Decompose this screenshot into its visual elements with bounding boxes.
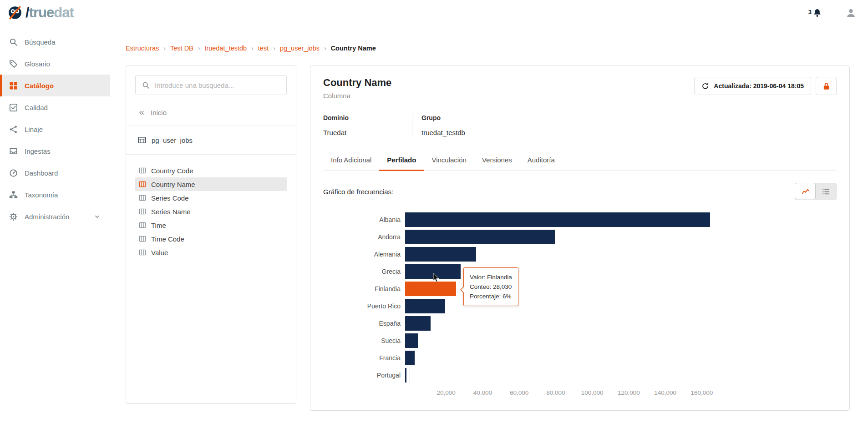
detail-tabs: Info Adicional Perfilado Vinculación Ver… [323, 150, 837, 171]
main-sidebar: Búsqueda Glosario Catálogo Calidad Linaj… [0, 25, 110, 423]
breadcrumb-link-test[interactable]: test [258, 45, 280, 52]
chart-bar[interactable] [405, 247, 476, 262]
list-view-button[interactable] [815, 183, 836, 200]
chart-bar-row: Finlandia [323, 280, 733, 297]
sidebar-item-catalogo[interactable]: Catálogo [0, 75, 110, 96]
x-tick-label: 80,000 [546, 389, 565, 396]
chart-category-label: Finlandia [323, 285, 405, 292]
search-icon [9, 38, 18, 46]
breadcrumb-current: Country Name [331, 45, 376, 52]
chart-bar[interactable] [405, 299, 445, 313]
truedat-logo[interactable]: /truedat [7, 5, 74, 21]
chart-bar[interactable] [405, 282, 456, 296]
sidebar-item-ingestas[interactable]: Ingestas [0, 140, 110, 162]
chart-bar[interactable] [405, 264, 461, 279]
sidebar-item-administracion[interactable]: Administración [0, 206, 110, 227]
breadcrumb-link-estructuras[interactable]: Estructuras [126, 45, 170, 52]
user-avatar-icon[interactable] [846, 8, 856, 18]
column-icon [139, 249, 146, 256]
divider [126, 126, 296, 126]
chart-section-label: Gráfico de frecuencias: [323, 188, 393, 196]
explorer-search-box[interactable] [135, 75, 287, 95]
tab-vinculacion[interactable]: Vinculación [424, 150, 474, 171]
tooltip-percentage-line: Porcentaje: 6% [470, 292, 512, 301]
column-label: Series Code [151, 194, 189, 202]
tab-info-adicional[interactable]: Info Adicional [323, 150, 379, 171]
page-title: Country Name [323, 77, 391, 89]
chart-category-label: Albania [323, 216, 405, 223]
search-input[interactable] [155, 81, 280, 89]
logo-part-dat: dat [54, 5, 74, 20]
sidebar-item-calidad[interactable]: Calidad [0, 96, 110, 118]
frequency-bar-chart: Albania Andorra Alemania Grecia Finlandi… [323, 211, 733, 399]
top-header: /truedat 3 [0, 0, 868, 25]
chart-bar[interactable] [405, 316, 431, 331]
x-tick-label: 160,000 [690, 389, 713, 396]
chart-x-axis: 20,00040,00060,00080,000100,000120,00014… [410, 384, 724, 399]
column-item-time-code[interactable]: Time Code [135, 232, 287, 246]
inicio-label: Inicio [151, 109, 167, 116]
sidebar-item-linaje[interactable]: Linaje [0, 118, 110, 140]
refresh-updated-button[interactable]: Actualizada: 2019-06-04 18:05 [694, 77, 811, 95]
tooltip-count-line: Conteo: 28,030 [470, 282, 512, 292]
sidebar-label: Taxonomía [25, 191, 58, 199]
x-tick-label: 100,000 [581, 389, 604, 396]
sidebar-label: Glosario [25, 60, 50, 68]
back-to-inicio-link[interactable]: Inicio [135, 109, 287, 116]
column-item-time[interactable]: Time [135, 218, 287, 232]
chart-category-label: España [323, 320, 405, 327]
inbox-icon [9, 147, 18, 156]
tab-auditoria[interactable]: Auditoría [520, 150, 563, 171]
chart-bar-row: Suecia [323, 332, 733, 349]
column-item-series-name[interactable]: Series Name [135, 205, 287, 218]
column-label: Country Name [151, 181, 195, 188]
table-icon [138, 136, 146, 144]
table-item-pg-user-jobs[interactable]: pg_user_jobs [135, 135, 287, 145]
logo-slash: / [25, 5, 29, 20]
lock-button[interactable] [816, 77, 837, 95]
column-item-country-name[interactable]: Country Name [135, 177, 287, 191]
chart-bar[interactable] [405, 333, 418, 348]
chart-bar-row: Albania [323, 211, 733, 228]
breadcrumb-link-truedat-testdb[interactable]: truedat_testdb [204, 45, 258, 52]
sidebar-label: Dashboard [25, 169, 58, 177]
sidebar-item-dashboard[interactable]: Dashboard [0, 162, 110, 184]
column-item-country-code[interactable]: Country Code [135, 164, 287, 177]
sidebar-label: Administración [25, 213, 69, 221]
notification-count-badge: 3 [808, 9, 812, 15]
column-item-value[interactable]: Value [135, 246, 287, 259]
field-label: Dominio [323, 114, 398, 121]
sidebar-label: Búsqueda [25, 38, 56, 46]
sidebar-item-taxonomia[interactable]: Taxonomía [0, 184, 110, 206]
x-tick-label: 60,000 [510, 389, 528, 396]
refresh-icon [701, 82, 709, 90]
x-tick-label: 20,000 [437, 389, 456, 396]
notifications-button[interactable]: 3 [808, 8, 822, 18]
owl-logo-icon [7, 5, 23, 20]
chevron-down-icon [94, 213, 101, 220]
gear-icon [9, 212, 18, 221]
chart-bar[interactable] [405, 230, 555, 244]
sidebar-item-glosario[interactable]: Glosario [0, 53, 110, 75]
breadcrumb: Estructuras Test DB truedat_testdb test … [126, 45, 850, 52]
search-icon [142, 81, 150, 89]
sidebar-label: Linaje [25, 126, 43, 133]
tab-versiones[interactable]: Versiones [474, 150, 520, 171]
gauge-icon [9, 169, 18, 177]
chart-view-button[interactable] [795, 183, 816, 199]
breadcrumb-link-pg-user-jobs[interactable]: pg_user_jobs [280, 45, 331, 52]
chart-bar[interactable] [405, 368, 406, 383]
column-label: Country Code [151, 167, 193, 175]
lock-icon [822, 82, 831, 91]
chart-bar[interactable] [405, 212, 710, 227]
breadcrumb-link-testdb[interactable]: Test DB [170, 45, 204, 52]
tab-perfilado[interactable]: Perfilado [379, 150, 424, 171]
tooltip-value-line: Valor: Finlandia [470, 272, 512, 282]
column-icon [139, 208, 146, 215]
chart-category-label: Portugal [323, 372, 405, 379]
field-value: Truedat [323, 129, 398, 136]
column-item-series-code[interactable]: Series Code [135, 191, 287, 205]
column-icon [139, 222, 146, 229]
chart-bar[interactable] [405, 351, 415, 365]
sidebar-item-busqueda[interactable]: Búsqueda [0, 31, 110, 53]
